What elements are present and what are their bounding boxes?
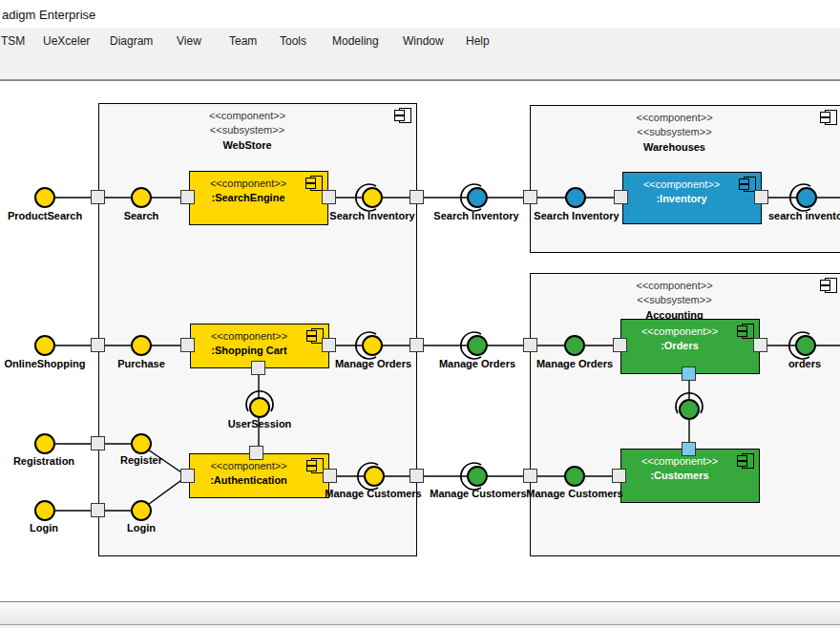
port[interactable] bbox=[410, 190, 424, 204]
interface-ball-searchinventory-3[interactable] bbox=[565, 187, 586, 208]
menu-diagram[interactable]: Diagram bbox=[110, 34, 153, 48]
port[interactable] bbox=[523, 469, 537, 483]
component-name: :Shopping Cart bbox=[191, 344, 307, 358]
interface-ball-purchase[interactable] bbox=[131, 335, 152, 356]
port-blue[interactable] bbox=[682, 366, 696, 381]
interface-label: Search Inventory bbox=[329, 210, 414, 221]
interface-ball-managecustomers-3[interactable] bbox=[564, 466, 585, 487]
interface-ball-managecustomers-1[interactable] bbox=[364, 466, 385, 487]
interface-ball-registration[interactable] bbox=[34, 433, 55, 454]
interface-label: orders bbox=[788, 358, 821, 369]
interface-label: Search Inventory bbox=[534, 210, 619, 221]
port-blue[interactable] bbox=[682, 442, 696, 456]
port[interactable] bbox=[180, 190, 195, 204]
interface-ball-orders[interactable] bbox=[795, 335, 816, 356]
component-icon bbox=[825, 110, 837, 125]
interface-label: Registration bbox=[13, 455, 74, 467]
port[interactable] bbox=[523, 338, 537, 352]
port[interactable] bbox=[91, 190, 105, 204]
port[interactable] bbox=[753, 338, 767, 352]
subsystem-warehouses-header: <<component>> <<subsystem>> Warehouses bbox=[531, 111, 818, 155]
component-name: :Authentication bbox=[190, 473, 307, 488]
menu-tsm[interactable]: TSM bbox=[1, 34, 25, 48]
stereotype-component: <<component>> bbox=[623, 178, 740, 192]
component-icon bbox=[310, 176, 323, 191]
interface-label: Purchase bbox=[117, 358, 165, 369]
menu-window[interactable]: Window bbox=[403, 34, 444, 48]
port[interactable] bbox=[754, 190, 768, 204]
component-inventory[interactable]: <<component>> :Inventory bbox=[622, 172, 762, 224]
component-name: :SearchEngine bbox=[190, 191, 306, 205]
stereotype-subsystem: <<subsystem>> bbox=[99, 123, 395, 137]
menu-and-toolbar: TSM UeXceler Diagram View Team Tools Mod… bbox=[0, 28, 840, 81]
component-name: :Inventory bbox=[623, 192, 740, 206]
port[interactable] bbox=[523, 190, 537, 204]
port[interactable] bbox=[180, 469, 195, 483]
port[interactable] bbox=[249, 446, 263, 460]
component-searchengine[interactable]: <<component>> :SearchEngine bbox=[189, 171, 328, 225]
interface-ball-onlineshopping[interactable] bbox=[34, 335, 55, 356]
interface-ball-searchinventory-2[interactable] bbox=[467, 187, 488, 208]
interface-ball-orders-customers[interactable] bbox=[679, 399, 700, 420]
interface-label: Register bbox=[120, 454, 162, 466]
interface-ball-manageorders-1[interactable] bbox=[362, 335, 383, 356]
interface-ball-search[interactable] bbox=[131, 187, 152, 208]
interface-ball-register[interactable] bbox=[131, 433, 152, 454]
interface-label: Manage Customers bbox=[526, 488, 622, 499]
port[interactable] bbox=[612, 469, 626, 483]
menu-help[interactable]: Help bbox=[466, 34, 490, 48]
interface-ball-usersession[interactable] bbox=[249, 397, 270, 418]
interface-label: Manage Orders bbox=[439, 358, 515, 369]
interface-ball-manageorders-2[interactable] bbox=[467, 335, 488, 356]
stereotype-component: <<component>> bbox=[621, 454, 738, 469]
stereotype-component: <<component>> bbox=[190, 177, 306, 191]
port[interactable] bbox=[91, 436, 105, 450]
status-bar-edge bbox=[0, 624, 840, 628]
interface-ball-productsearch[interactable] bbox=[34, 187, 55, 208]
stereotype-subsystem: <<subsystem>> bbox=[531, 293, 818, 307]
menu-view[interactable]: View bbox=[177, 34, 201, 48]
port[interactable] bbox=[410, 469, 424, 483]
component-icon bbox=[825, 278, 837, 293]
interface-ball-searchinventory-1[interactable] bbox=[362, 187, 383, 208]
port[interactable] bbox=[323, 469, 337, 483]
port[interactable] bbox=[322, 190, 336, 204]
interface-ball-manageorders-3[interactable] bbox=[564, 335, 585, 356]
component-authentication[interactable]: <<component>> :Authentication bbox=[189, 453, 329, 498]
status-bar bbox=[0, 601, 840, 624]
interface-label: UserSession bbox=[228, 418, 292, 429]
subsystem-accounting-header: <<component>> <<subsystem>> Accounting bbox=[531, 279, 818, 323]
interface-label: Search bbox=[124, 210, 159, 221]
interface-label: search inventory bbox=[768, 210, 840, 221]
stereotype-component: <<component>> bbox=[190, 459, 307, 473]
interface-label: Search Inventory bbox=[433, 210, 518, 221]
interface-ball-managecustomers-2[interactable] bbox=[467, 466, 488, 487]
port[interactable] bbox=[322, 338, 336, 352]
menu-team[interactable]: Team bbox=[229, 34, 257, 48]
port[interactable] bbox=[613, 338, 627, 352]
menu-uexceler[interactable]: UeXceler bbox=[43, 34, 90, 48]
port[interactable] bbox=[614, 190, 628, 204]
interface-label: Manage Customers bbox=[430, 488, 526, 499]
component-name: :Orders bbox=[621, 339, 738, 353]
visual-paradigm-window: { "window_title": "adigm Enterprise", "m… bbox=[0, 0, 840, 628]
port[interactable] bbox=[251, 361, 265, 375]
interface-ball-login-inner[interactable] bbox=[131, 500, 152, 521]
component-customers[interactable]: <<component>> :Customers bbox=[620, 449, 760, 503]
interface-label: Login bbox=[30, 522, 58, 534]
port[interactable] bbox=[180, 338, 195, 352]
port[interactable] bbox=[91, 338, 105, 352]
menu-tools[interactable]: Tools bbox=[280, 34, 306, 48]
menu-modeling[interactable]: Modeling bbox=[332, 34, 379, 48]
interface-label: ProductSearch bbox=[8, 210, 82, 221]
port[interactable] bbox=[91, 503, 105, 517]
subsystem-name: WebStore bbox=[99, 137, 395, 153]
window-title: adigm Enterprise bbox=[2, 8, 95, 22]
port[interactable] bbox=[410, 338, 424, 352]
interface-label: OnlineShopping bbox=[5, 358, 86, 369]
interface-ball-searchinventory-4[interactable] bbox=[796, 187, 817, 208]
interface-label: Manage Orders bbox=[536, 358, 613, 369]
interface-label: Manage Orders bbox=[335, 358, 411, 369]
interface-ball-login-outer[interactable] bbox=[34, 500, 55, 521]
stereotype-subsystem: <<subsystem>> bbox=[531, 125, 818, 139]
